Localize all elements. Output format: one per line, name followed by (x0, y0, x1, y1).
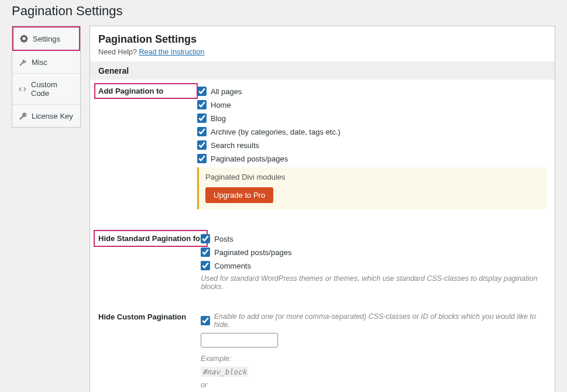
cb-paginated-posts[interactable] (201, 247, 210, 257)
cb-comments[interactable] (201, 261, 210, 270)
sidebar-item-label: Settings (33, 35, 60, 43)
sidebar-item-settings[interactable]: Settings (12, 26, 80, 51)
sidebar-item-label: Custom Code (31, 80, 74, 98)
cb-search[interactable] (197, 140, 207, 150)
code-icon (18, 84, 27, 94)
label-add-pagination-to: Add Pagination to (95, 84, 197, 98)
pro-notice: Paginated Divi modules Upgrade to Pro (197, 167, 547, 209)
label-hide-custom-pagination: Hide Custom Pagination (98, 312, 201, 392)
main-panel: Pagination Settings Need Help? Read the … (90, 26, 555, 392)
cb-posts[interactable] (201, 234, 210, 243)
cb-archive[interactable] (197, 127, 207, 136)
cb-search-row[interactable]: Search results (197, 140, 547, 150)
sidebar-item-license-key[interactable]: License Key (12, 105, 80, 127)
hide-custom-example: Example: #nav_block or .pagination or #n… (201, 352, 547, 392)
sidebar-item-label: License Key (32, 112, 73, 121)
gear-icon (19, 34, 29, 43)
help-line: Need Help? Read the Instruction (98, 48, 547, 56)
label-hide-standard-pagination: Hide Standard Pagination for (95, 231, 207, 246)
cb-all-pages[interactable] (197, 87, 207, 96)
cb-all-pages-row[interactable]: All pages (197, 87, 547, 96)
cb-home[interactable] (197, 100, 207, 109)
cb-paginated[interactable] (197, 154, 207, 163)
upgrade-to-pro-button[interactable]: Upgrade to Pro (205, 187, 273, 203)
hide-custom-input[interactable] (201, 333, 278, 348)
cb-blog-row[interactable]: Blog (197, 114, 547, 123)
cb-hide-custom-row[interactable]: Enable to add one (or more comma-separat… (201, 312, 547, 329)
cb-posts-row[interactable]: Posts (201, 234, 547, 243)
read-instruction-link[interactable]: Read the Instruction (139, 48, 205, 56)
sidebar-item-misc[interactable]: Misc (12, 51, 80, 74)
section-general-header: General (90, 62, 555, 80)
cb-blog[interactable] (197, 114, 207, 123)
page-title: Pagination Settings (12, 4, 555, 19)
sidebar-item-custom-code[interactable]: Custom Code (12, 74, 80, 105)
cb-archive-row[interactable]: Archive (by categories, date, tags etc.) (197, 127, 547, 136)
settings-sidebar: Settings Misc Custom Code (12, 26, 81, 392)
wrench-icon (18, 57, 28, 67)
cb-paginated-row[interactable]: Paginated posts/pages (197, 154, 547, 163)
panel-heading: Pagination Settings (98, 33, 547, 46)
cb-comments-row[interactable]: Comments (201, 261, 547, 270)
pro-notice-text: Paginated Divi modules (205, 173, 540, 181)
cb-hide-custom[interactable] (201, 316, 210, 325)
cb-paginated-posts-row[interactable]: Paginated posts/pages (201, 247, 547, 257)
hide-standard-help: Used for standard WordPress themes or th… (201, 274, 547, 291)
cb-home-row[interactable]: Home (197, 100, 547, 109)
key-icon (18, 111, 28, 121)
sidebar-item-label: Misc (32, 58, 47, 67)
